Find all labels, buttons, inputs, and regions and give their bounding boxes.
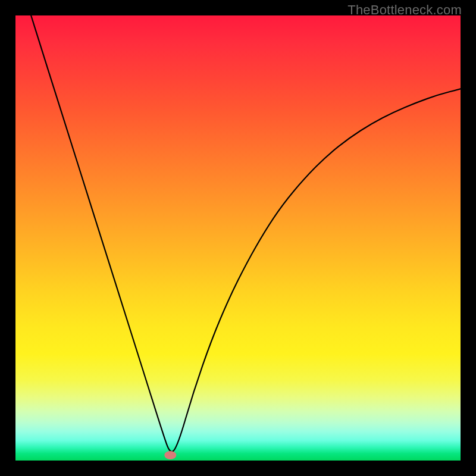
watermark-text: TheBottleneck.com	[347, 2, 462, 18]
optimal-point-marker	[164, 451, 176, 459]
bottleneck-curve-line	[31, 15, 461, 452]
chart-svg	[15, 15, 461, 461]
chart-plot-area	[15, 15, 461, 461]
